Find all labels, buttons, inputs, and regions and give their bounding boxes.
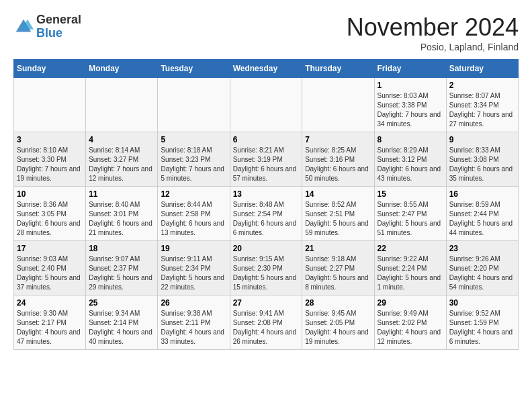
weekday-header-saturday: Saturday (446, 60, 518, 78)
day-number: 2 (449, 81, 515, 90)
day-number: 28 (305, 298, 371, 308)
day-number: 14 (305, 189, 371, 199)
day-info: Sunrise: 8:33 AM Sunset: 3:08 PM Dayligh… (449, 146, 515, 183)
day-number: 7 (305, 135, 371, 144)
day-number: 24 (17, 298, 83, 308)
calendar-day-cell: 8Sunrise: 8:29 AM Sunset: 3:12 PM Daylig… (374, 132, 446, 187)
calendar-day-cell: 7Sunrise: 8:25 AM Sunset: 3:16 PM Daylig… (302, 132, 374, 187)
calendar-day-cell: 5Sunrise: 8:18 AM Sunset: 3:23 PM Daylig… (158, 132, 230, 187)
calendar-day-cell: 6Sunrise: 8:21 AM Sunset: 3:19 PM Daylig… (230, 132, 302, 187)
day-number: 11 (89, 189, 154, 199)
calendar-day-cell: 19Sunrise: 9:11 AM Sunset: 2:34 PM Dayli… (158, 241, 230, 295)
day-info: Sunrise: 8:48 AM Sunset: 2:54 PM Dayligh… (233, 200, 300, 238)
day-number: 8 (378, 135, 443, 144)
calendar-day-cell: 17Sunrise: 9:03 AM Sunset: 2:40 PM Dayli… (14, 241, 86, 295)
calendar-week-row: 17Sunrise: 9:03 AM Sunset: 2:40 PM Dayli… (14, 241, 519, 295)
calendar-day-cell: 15Sunrise: 8:55 AM Sunset: 2:47 PM Dayli… (374, 187, 446, 241)
day-number: 23 (449, 244, 515, 253)
day-info: Sunrise: 9:41 AM Sunset: 2:08 PM Dayligh… (233, 309, 300, 347)
calendar-day-cell: 24Sunrise: 9:30 AM Sunset: 2:17 PM Dayli… (14, 295, 86, 350)
day-info: Sunrise: 8:29 AM Sunset: 3:12 PM Dayligh… (378, 146, 443, 183)
day-info: Sunrise: 8:55 AM Sunset: 2:47 PM Dayligh… (378, 200, 443, 238)
calendar-day-cell: 23Sunrise: 9:26 AM Sunset: 2:20 PM Dayli… (446, 241, 518, 295)
day-number: 18 (89, 244, 154, 253)
day-number: 1 (378, 81, 443, 90)
calendar-day-cell: 16Sunrise: 8:59 AM Sunset: 2:44 PM Dayli… (446, 187, 518, 241)
day-info: Sunrise: 8:40 AM Sunset: 3:01 PM Dayligh… (89, 200, 154, 238)
day-info: Sunrise: 8:52 AM Sunset: 2:51 PM Dayligh… (305, 200, 371, 238)
day-number: 9 (449, 135, 515, 144)
day-info: Sunrise: 8:25 AM Sunset: 3:16 PM Dayligh… (305, 146, 371, 183)
day-number: 25 (89, 298, 154, 308)
day-info: Sunrise: 8:07 AM Sunset: 3:34 PM Dayligh… (449, 91, 515, 129)
logo-general-text: General (36, 13, 81, 27)
day-info: Sunrise: 9:52 AM Sunset: 1:59 PM Dayligh… (449, 309, 515, 347)
day-info: Sunrise: 9:26 AM Sunset: 2:20 PM Dayligh… (449, 255, 515, 292)
calendar-table: SundayMondayTuesdayWednesdayThursdayFrid… (13, 59, 519, 350)
calendar-day-cell: 11Sunrise: 8:40 AM Sunset: 3:01 PM Dayli… (86, 187, 158, 241)
logo-text: General Blue (36, 13, 81, 40)
day-number: 12 (161, 189, 226, 199)
location-subtitle: Posio, Lapland, Finland (347, 42, 519, 52)
calendar-day-cell: 20Sunrise: 9:15 AM Sunset: 2:30 PM Dayli… (230, 241, 302, 295)
day-number: 3 (17, 135, 83, 144)
day-info: Sunrise: 9:38 AM Sunset: 2:11 PM Dayligh… (161, 309, 226, 347)
day-number: 13 (233, 189, 300, 199)
weekday-header-wednesday: Wednesday (230, 60, 302, 78)
empty-calendar-cell (86, 78, 158, 132)
empty-calendar-cell (230, 78, 302, 132)
calendar-day-cell: 3Sunrise: 8:10 AM Sunset: 3:30 PM Daylig… (14, 132, 86, 187)
day-number: 22 (378, 244, 443, 253)
calendar-week-row: 24Sunrise: 9:30 AM Sunset: 2:17 PM Dayli… (14, 295, 519, 350)
day-number: 4 (89, 135, 154, 144)
calendar-day-cell: 4Sunrise: 8:14 AM Sunset: 3:27 PM Daylig… (86, 132, 158, 187)
calendar-week-row: 3Sunrise: 8:10 AM Sunset: 3:30 PM Daylig… (14, 132, 519, 187)
day-info: Sunrise: 9:45 AM Sunset: 2:05 PM Dayligh… (305, 309, 371, 347)
day-info: Sunrise: 8:44 AM Sunset: 2:58 PM Dayligh… (161, 200, 226, 238)
month-title: November 2024 (347, 13, 519, 42)
empty-calendar-cell (14, 78, 86, 132)
day-info: Sunrise: 8:03 AM Sunset: 3:38 PM Dayligh… (378, 91, 443, 129)
day-number: 17 (17, 244, 83, 253)
day-info: Sunrise: 8:21 AM Sunset: 3:19 PM Dayligh… (233, 146, 300, 183)
day-info: Sunrise: 9:18 AM Sunset: 2:27 PM Dayligh… (305, 255, 371, 292)
calendar-header-row: SundayMondayTuesdayWednesdayThursdayFrid… (14, 60, 519, 78)
calendar-day-cell: 30Sunrise: 9:52 AM Sunset: 1:59 PM Dayli… (446, 295, 518, 350)
day-number: 19 (161, 244, 226, 253)
day-info: Sunrise: 9:34 AM Sunset: 2:14 PM Dayligh… (89, 309, 154, 347)
calendar-week-row: 1Sunrise: 8:03 AM Sunset: 3:38 PM Daylig… (14, 78, 519, 132)
calendar-day-cell: 18Sunrise: 9:07 AM Sunset: 2:37 PM Dayli… (86, 241, 158, 295)
weekday-header-tuesday: Tuesday (158, 60, 230, 78)
day-number: 30 (449, 298, 515, 308)
day-info: Sunrise: 8:36 AM Sunset: 3:05 PM Dayligh… (17, 200, 83, 238)
weekday-header-friday: Friday (374, 60, 446, 78)
day-number: 10 (17, 189, 83, 199)
day-info: Sunrise: 9:22 AM Sunset: 2:24 PM Dayligh… (378, 255, 443, 292)
calendar-day-cell: 1Sunrise: 8:03 AM Sunset: 3:38 PM Daylig… (374, 78, 446, 132)
day-info: Sunrise: 8:14 AM Sunset: 3:27 PM Dayligh… (89, 146, 154, 183)
day-info: Sunrise: 9:07 AM Sunset: 2:37 PM Dayligh… (89, 255, 154, 292)
empty-calendar-cell (302, 78, 374, 132)
calendar-day-cell: 2Sunrise: 8:07 AM Sunset: 3:34 PM Daylig… (446, 78, 518, 132)
calendar-day-cell: 9Sunrise: 8:33 AM Sunset: 3:08 PM Daylig… (446, 132, 518, 187)
logo-blue-text: Blue (36, 27, 81, 40)
calendar-day-cell: 21Sunrise: 9:18 AM Sunset: 2:27 PM Dayli… (302, 241, 374, 295)
weekday-header-thursday: Thursday (302, 60, 374, 78)
calendar-week-row: 10Sunrise: 8:36 AM Sunset: 3:05 PM Dayli… (14, 187, 519, 241)
calendar-day-cell: 29Sunrise: 9:49 AM Sunset: 2:02 PM Dayli… (374, 295, 446, 350)
calendar-day-cell: 22Sunrise: 9:22 AM Sunset: 2:24 PM Dayli… (374, 241, 446, 295)
day-number: 29 (378, 298, 443, 308)
calendar-day-cell: 14Sunrise: 8:52 AM Sunset: 2:51 PM Dayli… (302, 187, 374, 241)
day-number: 15 (378, 189, 443, 199)
day-info: Sunrise: 9:30 AM Sunset: 2:17 PM Dayligh… (17, 309, 83, 347)
day-info: Sunrise: 9:49 AM Sunset: 2:02 PM Dayligh… (378, 309, 443, 347)
title-section: November 2024 Posio, Lapland, Finland (347, 13, 519, 52)
logo-icon (13, 17, 34, 37)
calendar-day-cell: 10Sunrise: 8:36 AM Sunset: 3:05 PM Dayli… (14, 187, 86, 241)
day-info: Sunrise: 9:03 AM Sunset: 2:40 PM Dayligh… (17, 255, 83, 292)
calendar-day-cell: 12Sunrise: 8:44 AM Sunset: 2:58 PM Dayli… (158, 187, 230, 241)
weekday-header-monday: Monday (86, 60, 158, 78)
day-number: 5 (161, 135, 226, 144)
logo: General Blue (13, 13, 81, 40)
day-number: 27 (233, 298, 300, 308)
